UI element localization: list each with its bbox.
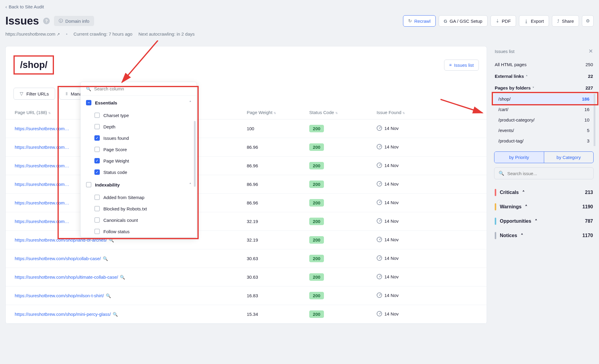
severity-row[interactable]: Criticals˄213 — [494, 185, 594, 200]
sort-icon: ⇅ — [48, 111, 51, 115]
status-badge: 200 — [309, 273, 324, 281]
recrawl-button[interactable]: ↻Recrawl — [403, 15, 436, 27]
pdf-button[interactable]: ⇣PDF — [491, 15, 516, 27]
page-weight-cell: 86.96 — [241, 175, 304, 194]
issue-found-cell: 14 Nov — [377, 218, 399, 224]
page-url-link[interactable]: https://sureshotbrew.com… — [15, 200, 69, 205]
pdf-icon: ⇣ — [496, 18, 500, 24]
gauge-icon — [377, 255, 382, 261]
severity-row[interactable]: Opportunities˄787 — [494, 214, 594, 228]
column-option[interactable]: Depth — [81, 121, 197, 132]
view-segmented-control: by Priority by Category — [494, 151, 594, 163]
page-url-link[interactable]: https://sureshotbrew.com… — [15, 163, 69, 168]
issue-found-cell: 14 Nov — [377, 255, 399, 261]
table-row: https://sureshotbrew.com…86.9620014 Nov — [6, 138, 487, 157]
column-option[interactable]: Canonicals count — [81, 214, 197, 226]
page-weight-cell: 30.63 — [241, 268, 304, 286]
share-icon: ⤴ — [557, 19, 559, 24]
page-url-link[interactable]: https://sureshotbrew.com… — [15, 145, 69, 150]
main-panel: /shop/ Issues list ▽Filter URLs ⫴Manage … — [5, 46, 487, 324]
column-option[interactable]: ✓Status code — [81, 166, 197, 178]
page-url-link[interactable]: https://sureshotbrew.com/shop/land-of-ar… — [15, 237, 107, 242]
folder-item[interactable]: /product-category/10 — [494, 115, 594, 125]
chevron-up-icon: ˄ — [535, 219, 537, 224]
folder-item[interactable]: /cart/16 — [494, 104, 594, 115]
col-status[interactable]: Status Code⇅ — [304, 106, 371, 119]
gauge-icon — [377, 292, 382, 298]
domain-info-chip[interactable]: Domain info — [54, 16, 94, 26]
issue-found-cell: 14 Nov — [377, 181, 399, 186]
pages-by-folders-row[interactable]: Pages by folders˅ 227 — [494, 82, 594, 94]
seg-by-category[interactable]: by Category — [544, 152, 594, 163]
all-pages-row[interactable]: All HTML pages 250 — [494, 59, 594, 70]
magnify-icon[interactable]: 🔍 — [109, 238, 114, 242]
scrollbar-thumb[interactable] — [194, 121, 196, 187]
page-url-link[interactable]: https://sureshotbrew.com/shop/collab-cas… — [15, 256, 101, 261]
close-icon[interactable]: ✕ — [589, 48, 593, 54]
external-link-icon: ↗ — [57, 32, 60, 37]
column-search-input[interactable] — [94, 86, 191, 91]
issue-found-cell: 14 Nov — [377, 200, 399, 205]
checkbox-icon — [94, 113, 100, 118]
column-option[interactable]: Charset type — [81, 110, 197, 121]
column-option[interactable]: Blocked by Robots.txt — [81, 203, 197, 214]
filter-urls-button[interactable]: ▽Filter URLs — [13, 88, 55, 100]
table-row: https://sureshotbrew.com/shop/collab-cas… — [6, 249, 487, 268]
table-row: https://sureshotbrew.com…86.9620014 Nov — [6, 175, 487, 194]
column-option[interactable]: Follow status — [81, 226, 197, 237]
col-weight[interactable]: Page Weight⇅ — [241, 106, 304, 119]
magnify-icon[interactable]: 🔍 — [106, 293, 111, 298]
status-badge: 200 — [309, 181, 324, 188]
settings-button[interactable]: ⚙ — [582, 15, 594, 27]
issue-found-cell: 14 Nov — [377, 237, 399, 242]
share-button[interactable]: ⤴Share — [552, 15, 579, 27]
issue-found-cell: 14 Nov — [377, 274, 399, 279]
column-option[interactable]: ✓Page Weight — [81, 155, 197, 166]
search-issue-box[interactable]: 🔍 — [494, 167, 594, 179]
help-icon[interactable]: ? — [43, 18, 50, 24]
page-title: Issues — [5, 15, 39, 27]
page-url-link[interactable]: https://sureshotbrew.com… — [15, 182, 69, 187]
page-url-link[interactable]: https://sureshotbrew.com/shop/mini-percy… — [15, 312, 111, 317]
status-badge: 200 — [309, 255, 324, 262]
back-link[interactable]: ‹ Back to Site Audit — [5, 4, 44, 9]
severity-row[interactable]: Notices˄1170 — [494, 228, 594, 243]
status-badge: 200 — [309, 292, 324, 299]
page-url-link[interactable]: https://sureshotbrew.com… — [15, 126, 69, 131]
seg-by-priority[interactable]: by Priority — [494, 152, 544, 163]
page-url-link[interactable]: https://sureshotbrew.com/shop/milson-t-s… — [15, 293, 104, 298]
folder-item[interactable]: /shop/186 — [494, 94, 594, 104]
page-url-link[interactable]: https://sureshotbrew.com/shop/ultimate-c… — [15, 274, 118, 280]
page-weight-cell: 30.63 — [241, 249, 304, 268]
domain-url[interactable]: https://sureshotbrew.com ↗ — [5, 31, 60, 37]
column-option[interactable]: Page Score — [81, 144, 197, 155]
col-issue[interactable]: Issue Found⇅ — [371, 106, 487, 119]
folder-item[interactable]: /events/5 — [494, 125, 594, 136]
page-url-link[interactable]: https://sureshotbrew.com… — [15, 219, 69, 224]
page-weight-cell: 86.96 — [241, 138, 304, 157]
sort-icon: ⇅ — [335, 111, 338, 115]
column-option[interactable]: ✓Issues found — [81, 132, 197, 144]
magnify-icon[interactable]: 🔍 — [120, 275, 125, 280]
severity-color-bar — [495, 218, 496, 225]
gauge-icon — [377, 200, 382, 205]
separator-dot: • — [66, 31, 67, 37]
issues-list-toggle[interactable]: Issues list — [444, 60, 479, 71]
severity-color-bar — [495, 232, 496, 239]
column-option[interactable]: Added from Sitemap — [81, 192, 197, 203]
search-icon: 🔍 — [86, 87, 91, 91]
table-row: https://sureshotbrew.com/shop/mini-percy… — [6, 305, 487, 324]
search-issue-input[interactable] — [507, 171, 589, 176]
magnify-icon[interactable]: 🔍 — [103, 256, 108, 261]
folder-item[interactable]: /product-tag/3 — [494, 136, 594, 146]
magnify-icon[interactable]: 🔍 — [113, 312, 118, 317]
checkbox-partial-icon: − — [86, 100, 91, 105]
export-button[interactable]: ⭳Export — [519, 15, 549, 27]
ga-gsc-button[interactable]: GGA / GSC Setup — [439, 15, 488, 27]
status-badge: 200 — [309, 236, 324, 244]
external-links-row[interactable]: External links˄ 22 — [494, 70, 594, 82]
chevron-up-icon: ˄ — [522, 190, 525, 195]
severity-row[interactable]: Warnings˄1190 — [494, 200, 594, 214]
column-group-header[interactable]: −Essentials˄ — [81, 96, 197, 110]
column-group-header[interactable]: Indexability˄ — [81, 178, 197, 192]
